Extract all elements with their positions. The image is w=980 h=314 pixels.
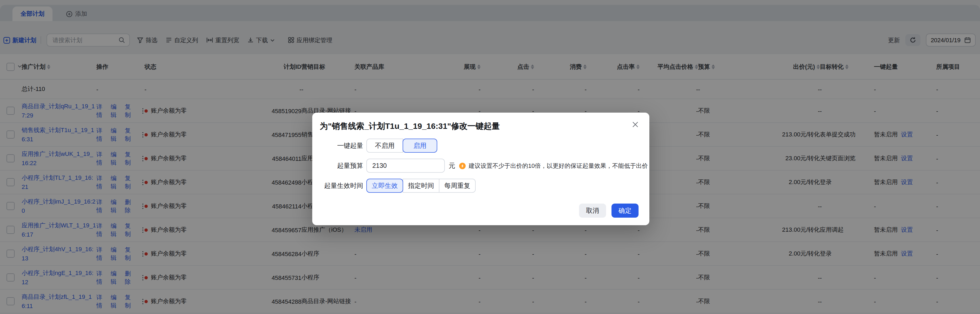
modal-title: 为"销售线索_计划T1u_1_19_16:31"修改一键起量 xyxy=(320,120,638,132)
cancel-button[interactable]: 取消 xyxy=(579,204,606,218)
budget-hint-text: 建议设置不少于出价的10倍，以更好的保证起量效果，不能低于出价 xyxy=(469,162,648,170)
budget-field-label: 起量预算 xyxy=(320,161,363,170)
boost-modal: 为"销售线索_计划T1u_1_19_16:31"修改一键起量 一键起量 不启用 … xyxy=(312,113,649,225)
modal-form: 一键起量 不启用 启用 起量预算 元 建议设置不少于出价的10倍，以更好的保证起… xyxy=(320,139,638,193)
boost-field-label: 一键起量 xyxy=(320,141,363,150)
boost-budget-input[interactable] xyxy=(366,159,445,173)
close-icon[interactable] xyxy=(631,120,640,129)
ad-platform-page: 全部计划 添加 新建计划 筛选 自定义列 重置列宽 xyxy=(0,0,980,314)
boost-toggle-group: 不启用 启用 xyxy=(366,139,437,153)
boost-on-option[interactable]: 启用 xyxy=(402,139,437,153)
timing-toggle-group: 立即生效 指定时间 每周重复 xyxy=(366,179,476,193)
timing-weekly-option[interactable]: 每周重复 xyxy=(439,179,476,193)
warning-bolt-icon xyxy=(459,162,466,169)
confirm-button[interactable]: 确定 xyxy=(611,204,638,218)
boost-off-option[interactable]: 不启用 xyxy=(366,139,403,153)
budget-unit: 元 xyxy=(449,161,455,170)
timing-field-label: 起量生效时间 xyxy=(320,181,363,190)
timing-scheduled-option[interactable]: 指定时间 xyxy=(402,179,439,193)
modal-footer: 取消 确定 xyxy=(579,204,638,218)
timing-immediate-option[interactable]: 立即生效 xyxy=(366,179,403,193)
